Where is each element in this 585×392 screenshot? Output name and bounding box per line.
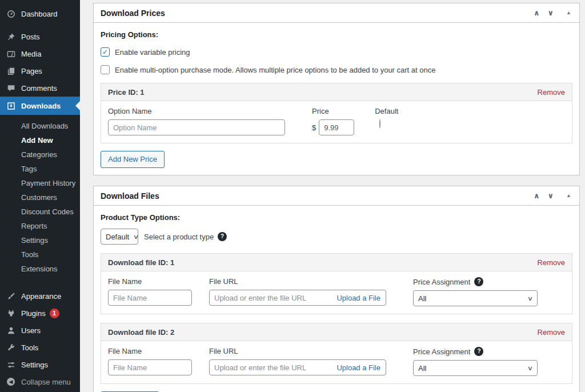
download-files-panel: Download Files ∧ ∨ ▲ Product Type Option… xyxy=(93,186,580,392)
collapse-arrow-icon: ◀ xyxy=(6,377,16,386)
metabox-controls: ∧ ∨ ▲ xyxy=(530,192,572,199)
price-assignment-select[interactable]: All ∨ xyxy=(413,290,538,306)
file-url-input[interactable] xyxy=(210,294,336,302)
submenu-item-tags[interactable]: Tags xyxy=(0,162,80,176)
chevron-down-icon: ∨ xyxy=(133,233,139,241)
option-name-column: Option Name xyxy=(108,107,285,135)
sidebar-item-settings[interactable]: Settings xyxy=(0,356,80,373)
product-type-hint: Select a product type xyxy=(144,233,214,241)
plugin-icon xyxy=(6,309,16,318)
default-price-radio[interactable] xyxy=(379,119,380,129)
dashboard-icon xyxy=(6,9,16,18)
product-type-select[interactable]: Default ∨ xyxy=(101,229,138,245)
price-assignment-value: All xyxy=(418,294,426,303)
variable-pricing-label: Enable variable pricing xyxy=(115,48,190,57)
file-name-input[interactable] xyxy=(108,290,192,306)
sidebar-item-dashboard[interactable]: Dashboard xyxy=(0,5,80,22)
option-name-input[interactable] xyxy=(108,119,285,135)
sidebar-item-media[interactable]: Media xyxy=(0,45,80,62)
download-prices-header: Download Prices ∧ ∨ ▲ xyxy=(94,3,579,23)
product-type-help-icon[interactable]: ? xyxy=(218,232,227,241)
price-assignment-help-icon[interactable]: ? xyxy=(474,347,483,356)
price-row-fields: Option Name Price $ Default xyxy=(101,101,572,143)
price-assignment-label: Price Assignment xyxy=(413,278,470,286)
file-row-header[interactable]: Download file ID: 2 Remove xyxy=(101,323,572,341)
price-assignment-column: Price Assignment ? All ∨ xyxy=(413,347,538,376)
sidebar-item-posts[interactable]: Posts xyxy=(0,28,80,45)
file-name-label: File Name xyxy=(108,347,192,355)
remove-file-link[interactable]: Remove xyxy=(538,328,565,337)
product-type-value: Default xyxy=(106,233,129,241)
price-assignment-select[interactable]: All ∨ xyxy=(413,360,538,376)
file-url-field: Upload a File xyxy=(209,359,386,375)
price-row-title: Price ID: 1 xyxy=(108,88,145,97)
plugins-update-badge: 1 xyxy=(50,309,59,318)
sidebar-item-downloads[interactable]: Downloads xyxy=(0,97,80,115)
move-up-icon[interactable]: ∧ xyxy=(530,9,544,17)
pushpin-icon xyxy=(6,32,16,41)
file-row-header[interactable]: Download file ID: 1 Remove xyxy=(101,254,572,271)
move-up-icon[interactable]: ∧ xyxy=(530,192,544,199)
submenu-item-customers[interactable]: Customers xyxy=(0,190,80,205)
sidebar-item-label: Posts xyxy=(21,33,40,41)
upload-file-link[interactable]: Upload a File xyxy=(336,294,386,302)
file-row-fields: File Name File URL Upload a File Price A… xyxy=(101,341,572,383)
submenu-item-payment-history[interactable]: Payment History xyxy=(0,176,80,190)
price-assignment-help-icon[interactable]: ? xyxy=(474,277,483,286)
price-assignment-column: Price Assignment ? All ∨ xyxy=(413,277,538,306)
comments-icon xyxy=(6,83,16,93)
sidebar-item-appearance[interactable]: Appearance xyxy=(0,287,80,305)
submenu-item-tools[interactable]: Tools xyxy=(0,247,80,262)
pricing-options-label: Pricing Options: xyxy=(101,30,572,39)
sidebar-item-label: Pages xyxy=(21,67,42,75)
submenu-item-discount-codes[interactable]: Discount Codes xyxy=(0,205,80,219)
variable-pricing-row: ✓ Enable variable pricing xyxy=(101,47,572,57)
submenu-item-settings[interactable]: Settings xyxy=(0,233,80,247)
sidebar-item-users[interactable]: Users xyxy=(0,322,80,339)
pages-icon xyxy=(6,66,16,75)
download-files-header: Download Files ∧ ∨ ▲ xyxy=(94,186,579,206)
default-label: Default xyxy=(375,107,398,115)
file-row-title: Download file ID: 2 xyxy=(108,328,174,337)
sidebar-item-plugins[interactable]: Plugins 1 xyxy=(0,305,80,322)
file-name-input[interactable] xyxy=(108,359,192,375)
remove-price-link[interactable]: Remove xyxy=(538,88,565,97)
download-icon xyxy=(6,101,16,110)
chevron-down-icon: ∨ xyxy=(527,365,533,372)
toggle-panel-icon[interactable]: ▲ xyxy=(565,193,572,198)
submenu-item-reports[interactable]: Reports xyxy=(0,219,80,233)
move-down-icon[interactable]: ∨ xyxy=(544,192,558,199)
collapse-menu-label: Collapse menu xyxy=(21,378,71,386)
variable-pricing-checkbox[interactable]: ✓ xyxy=(101,47,110,57)
upload-file-link[interactable]: Upload a File xyxy=(336,363,386,372)
add-new-price-button[interactable]: Add New Price xyxy=(101,151,165,168)
multi-option-checkbox[interactable] xyxy=(101,65,110,74)
multi-option-row: Enable multi-option purchase mode. Allow… xyxy=(101,65,572,74)
price-row-header[interactable]: Price ID: 1 Remove xyxy=(101,83,572,101)
submenu-item-extensions[interactable]: Extensions xyxy=(0,262,80,276)
sidebar-item-label: Tools xyxy=(21,343,38,352)
submenu-item-categories[interactable]: Categories xyxy=(0,147,80,162)
file-url-field: Upload a File xyxy=(209,290,386,306)
toggle-panel-icon[interactable]: ▲ xyxy=(565,10,572,15)
sidebar-item-label: Media xyxy=(21,50,41,58)
file-url-column: File URL Upload a File xyxy=(209,347,386,376)
price-input[interactable] xyxy=(319,119,354,135)
settings-sliders-icon xyxy=(6,360,16,369)
metabox-controls: ∧ ∨ ▲ xyxy=(530,9,572,17)
file-url-column: File URL Upload a File xyxy=(209,277,386,306)
downloads-submenu: All Downloads Add New Categories Tags Pa… xyxy=(0,115,80,282)
sidebar-item-comments[interactable]: Comments xyxy=(0,79,80,97)
file-row-2: Download file ID: 2 Remove File Name Fil… xyxy=(101,323,572,384)
remove-file-link[interactable]: Remove xyxy=(538,258,565,267)
collapse-menu-button[interactable]: ◀ Collapse menu xyxy=(0,373,80,390)
sidebar-item-label: Appearance xyxy=(21,292,61,301)
move-down-icon[interactable]: ∨ xyxy=(544,9,558,17)
sidebar-item-tools[interactable]: Tools xyxy=(0,339,80,356)
submenu-item-all-downloads[interactable]: All Downloads xyxy=(0,119,80,133)
sidebar-item-pages[interactable]: Pages xyxy=(0,62,80,79)
price-row-1: Price ID: 1 Remove Option Name Price $ xyxy=(101,83,572,143)
file-url-input[interactable] xyxy=(210,363,336,372)
appearance-icon xyxy=(6,291,16,301)
submenu-item-add-new[interactable]: Add New xyxy=(0,133,80,147)
